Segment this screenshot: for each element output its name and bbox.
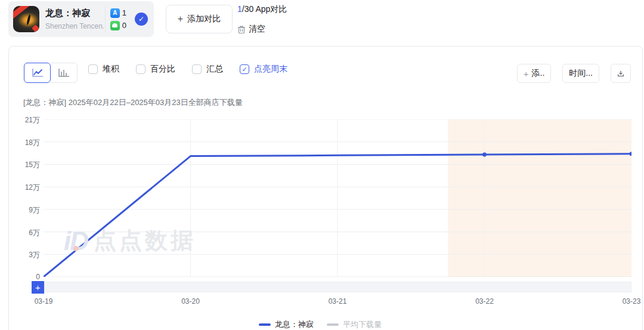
checkbox-box: ✓ — [240, 64, 249, 74]
ios-store-row: A 1 — [110, 8, 126, 18]
legend-item-series[interactable]: 龙息：神寂 — [259, 319, 314, 330]
legend-label: 龙息：神寂 — [275, 319, 314, 330]
y-axis-tick: 12万 — [9, 183, 40, 193]
bar-chart-icon — [58, 68, 70, 78]
chart-options: ✓ 堆积 ✓ 百分比 ✓ 汇总 ✓ 点亮周末 — [88, 64, 287, 75]
y-axis-tick: 18万 — [9, 138, 40, 148]
compare-total: /30 App对比 — [242, 4, 287, 14]
ios-app-count: 1 — [122, 8, 126, 17]
checkbox-percentage[interactable]: ✓ 百分比 — [136, 64, 175, 75]
x-axis-tick: 03-23 — [623, 297, 641, 306]
checkbox-highlight-weekend[interactable]: ✓ 点亮周末 — [240, 64, 287, 75]
chart-legend: 龙息：神寂 平均下载量 — [9, 319, 631, 330]
line-chart-toggle[interactable] — [24, 63, 51, 83]
y-axis-tick: 3万 — [9, 250, 40, 260]
y-axis-tick: 0 — [9, 273, 40, 281]
store-badges: A 1 0 — [106, 8, 131, 30]
legend-item-average[interactable]: 平均下载量 — [327, 319, 382, 330]
android-icon — [110, 21, 120, 30]
time-button-label: 时间... — [569, 68, 593, 79]
checkbox-summary[interactable]: ✓ 汇总 — [192, 64, 223, 75]
x-axis-tick: 03-19 — [35, 297, 53, 306]
y-axis-tick: 15万 — [9, 160, 40, 170]
line-chart[interactable] — [44, 119, 631, 277]
app-icon-corner-badge — [32, 24, 39, 32]
y-axis-tick: 21万 — [9, 115, 40, 125]
android-app-count: 0 — [122, 21, 126, 30]
chart-title: [龙息：神寂] 2025年02月22日–2025年03月23日全部商店下载量 — [23, 97, 243, 108]
app-meta: 龙息：神寂 Shenzhen Tencen... — [45, 8, 104, 30]
checkbox-label: 百分比 — [150, 64, 175, 75]
download-button[interactable] — [611, 64, 631, 83]
app-name: 龙息：神寂 — [45, 8, 104, 19]
chart-plot-area[interactable] — [44, 119, 631, 277]
checkbox-box: ✓ — [136, 64, 145, 74]
chart-actions: + 添.. 时间... — [517, 64, 631, 83]
chart-type-switch — [24, 63, 78, 83]
time-range-button[interactable]: 时间... — [562, 64, 599, 83]
legend-marker — [327, 323, 339, 326]
legend-label: 平均下载量 — [343, 319, 382, 330]
plus-icon: + — [178, 14, 183, 24]
add-compare-label: 添加对比 — [187, 14, 221, 24]
checkbox-stack[interactable]: ✓ 堆积 — [88, 64, 119, 75]
download-icon — [617, 69, 624, 78]
trash-icon — [237, 25, 246, 34]
add-button-compact[interactable]: + 添.. — [517, 64, 552, 83]
app-selected-check-icon[interactable]: ✓ — [135, 13, 148, 26]
app-card[interactable]: 龙息：神寂 Shenzhen Tencen... A 1 0 ✓ — [8, 1, 154, 37]
compare-count: 1 — [237, 4, 242, 14]
add-compare-button[interactable]: + 添加对比 — [166, 5, 233, 33]
y-axis-tick: 9万 — [9, 205, 40, 215]
x-axis-tick: 03-21 — [329, 297, 347, 306]
app-publisher: Shenzhen Tencen... — [45, 22, 104, 30]
datazoom-scrollbar[interactable] — [44, 282, 631, 292]
x-axis-tick: 03-22 — [475, 297, 494, 306]
app-icon — [13, 6, 39, 32]
checkbox-label: 堆积 — [103, 64, 119, 75]
x-axis-tick: 03-20 — [181, 297, 200, 306]
checkbox-label: 汇总 — [206, 64, 223, 75]
line-chart-icon — [32, 68, 44, 78]
compare-count-info: 1/30 App对比 — [237, 4, 287, 15]
dragon-eye-pupil — [26, 14, 31, 25]
clear-button[interactable]: 清空 — [237, 24, 265, 35]
android-store-row: 0 — [110, 21, 126, 30]
checkbox-box: ✓ — [192, 64, 202, 74]
bar-chart-toggle[interactable] — [51, 63, 78, 83]
plus-icon: + — [524, 69, 529, 79]
datazoom-expand-button[interactable]: + — [32, 281, 44, 294]
legend-marker — [259, 323, 271, 326]
app-store-icon: A — [110, 8, 120, 18]
y-axis-tick: 6万 — [9, 228, 40, 238]
clear-label: 清空 — [249, 24, 265, 35]
checkbox-box: ✓ — [88, 64, 98, 74]
chart-panel: ✓ 堆积 ✓ 百分比 ✓ 汇总 ✓ 点亮周末 + 添.. 时间... — [8, 46, 643, 330]
top-bar: 龙息：神寂 Shenzhen Tencen... A 1 0 ✓ + 添加对比 … — [0, 0, 644, 42]
checkbox-label: 点亮周末 — [254, 64, 287, 75]
add-button-label: 添.. — [532, 68, 545, 79]
